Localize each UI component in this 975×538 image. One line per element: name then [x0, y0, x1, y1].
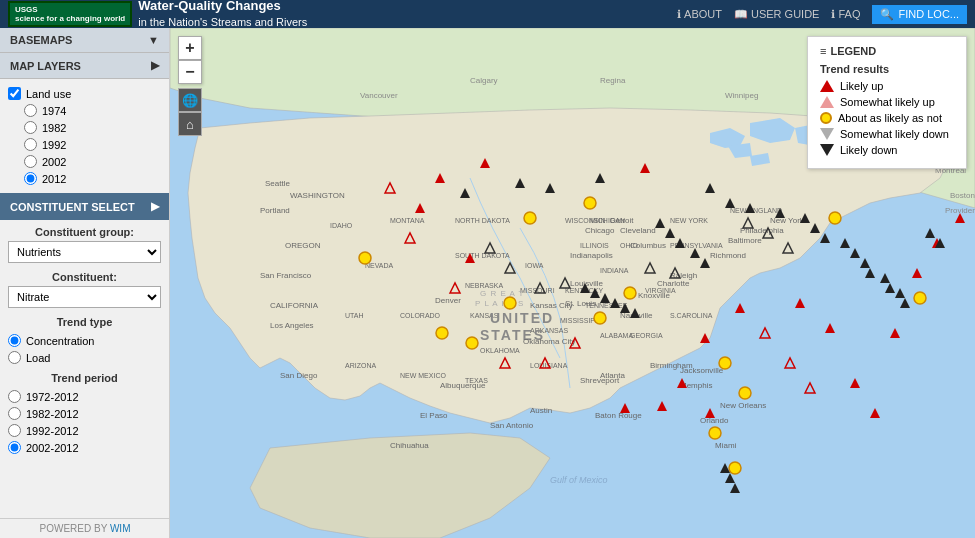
marker-about-as-not — [829, 212, 841, 224]
sidebar: BASEMAPS ▼ MAP LAYERS ▶ Land use 1974 19… — [0, 28, 170, 538]
search-icon: 🔍 — [880, 8, 894, 21]
chevron-icon: ▶ — [151, 59, 159, 72]
svg-text:Knoxville: Knoxville — [638, 291, 671, 300]
marker-about-as-not — [466, 337, 478, 349]
zoom-out-button[interactable]: − — [178, 60, 202, 84]
year-1974[interactable]: 1974 — [24, 102, 161, 119]
globe-button[interactable]: 🌐 — [178, 88, 202, 112]
about-nav[interactable]: ℹ ABOUT — [677, 8, 722, 21]
svg-text:NEBRASKA: NEBRASKA — [465, 282, 503, 289]
year-2012[interactable]: 2012 — [24, 170, 161, 187]
home-icon: ⌂ — [186, 117, 194, 132]
powered-by: POWERED BY WIM — [0, 518, 170, 538]
likely-up-icon — [820, 80, 834, 92]
legend-title: Trend results — [820, 63, 954, 75]
svg-text:ARIZONA: ARIZONA — [345, 362, 376, 369]
user-guide-nav[interactable]: 📖 USER GUIDE — [734, 8, 819, 21]
constituent-field: Constituent: Nitrate — [8, 271, 161, 308]
map-controls: + − 🌐 ⌂ — [178, 36, 202, 136]
svg-text:San Antonio: San Antonio — [490, 421, 534, 430]
trend-load[interactable]: Load — [8, 349, 161, 366]
constituent-label: Constituent: — [8, 271, 161, 283]
land-use-layer[interactable]: Land use — [8, 85, 161, 102]
app-header: USGS science for a changing world Water-… — [0, 0, 975, 28]
app-title: Water-Quality Changes in the Nation's St… — [138, 0, 307, 30]
svg-text:El Paso: El Paso — [420, 411, 448, 420]
svg-text:New Orleans: New Orleans — [720, 401, 766, 410]
svg-text:IOWA: IOWA — [525, 262, 544, 269]
svg-text:G R E A T: G R E A T — [480, 289, 524, 298]
map-layers-toggle[interactable]: MAP LAYERS ▶ — [0, 53, 169, 79]
svg-text:Albuquerque: Albuquerque — [440, 381, 486, 390]
period-1972[interactable]: 1972-2012 — [8, 388, 161, 405]
marker-about-as-not — [719, 357, 731, 369]
likely-down-icon — [820, 144, 834, 156]
constituent-select-content: Constituent group: Nutrients Constituent… — [0, 220, 169, 468]
svg-text:Vancouver: Vancouver — [360, 91, 398, 100]
globe-icon: 🌐 — [182, 93, 198, 108]
trend-concentration[interactable]: Concentration — [8, 332, 161, 349]
svg-text:OREGON: OREGON — [285, 241, 321, 250]
land-use-checkbox[interactable] — [8, 87, 21, 100]
constituent-select-header[interactable]: CONSTITUENT SELECT ▶ — [0, 193, 169, 220]
svg-text:Richmond: Richmond — [710, 251, 746, 260]
faq-nav[interactable]: ℹ FAQ — [831, 8, 860, 21]
year-options: 1974 1982 1992 2002 2012 — [8, 102, 161, 187]
year-2002[interactable]: 2002 — [24, 153, 161, 170]
marker-about-as-not — [739, 387, 751, 399]
year-1992[interactable]: 1992 — [24, 136, 161, 153]
zoom-in-button[interactable]: + — [178, 36, 202, 60]
constituent-group-select[interactable]: Nutrients — [8, 241, 161, 263]
svg-text:UTAH: UTAH — [345, 312, 364, 319]
find-location-button[interactable]: 🔍 FIND LOC... — [872, 5, 967, 24]
usgs-logo: USGS science for a changing world Water-… — [8, 0, 307, 30]
map-container[interactable]: WASHINGTON OREGON CALIFORNIA IDAHO NEVAD… — [170, 28, 975, 538]
basemaps-toggle[interactable]: BASEMAPS ▼ — [0, 28, 169, 53]
marker-about-as-not — [359, 252, 371, 264]
header-left: USGS science for a changing world Water-… — [8, 0, 307, 30]
svg-text:Indianapolis: Indianapolis — [570, 251, 613, 260]
legend-icon: ≡ — [820, 45, 826, 57]
svg-text:Winnipeg: Winnipeg — [725, 91, 758, 100]
trend-type-section: Trend type Concentration Load — [8, 316, 161, 366]
svg-text:ALABAMA: ALABAMA — [600, 332, 633, 339]
svg-text:NEW ENGLAND: NEW ENGLAND — [730, 207, 782, 214]
svg-text:Baltimore: Baltimore — [728, 236, 762, 245]
usgs-badge: USGS science for a changing world — [8, 1, 132, 27]
svg-text:Los Angeles: Los Angeles — [270, 321, 314, 330]
legend-likely-up: Likely up — [820, 80, 954, 92]
svg-text:NORTH DAKOTA: NORTH DAKOTA — [455, 217, 510, 224]
marker-about-as-not — [729, 462, 741, 474]
svg-text:San Diego: San Diego — [280, 371, 318, 380]
sidebar-top-controls: BASEMAPS ▼ MAP LAYERS ▶ — [0, 28, 169, 79]
svg-text:Detroit: Detroit — [610, 216, 634, 225]
svg-text:Baton Rouge: Baton Rouge — [595, 411, 642, 420]
svg-text:Portland: Portland — [260, 206, 290, 215]
constituent-select[interactable]: Nitrate — [8, 286, 161, 308]
svg-text:Calgary: Calgary — [470, 76, 498, 85]
svg-text:MONTANA: MONTANA — [390, 217, 425, 224]
about-as-not-icon — [820, 112, 832, 124]
svg-text:NEW MEXICO: NEW MEXICO — [400, 372, 446, 379]
svg-text:Shreveport: Shreveport — [580, 376, 620, 385]
wim-link[interactable]: WIM — [110, 523, 131, 534]
svg-text:WASHINGTON: WASHINGTON — [290, 191, 345, 200]
marker-about-as-not — [914, 292, 926, 304]
period-2002[interactable]: 2002-2012 — [8, 439, 161, 456]
load-radio[interactable] — [8, 351, 21, 364]
svg-text:Gulf of Mexico: Gulf of Mexico — [550, 475, 608, 485]
marker-about-as-not — [524, 212, 536, 224]
period-1982[interactable]: 1982-2012 — [8, 405, 161, 422]
svg-text:IDAHO: IDAHO — [330, 222, 353, 229]
home-button[interactable]: ⌂ — [178, 112, 202, 136]
svg-text:Oklahoma City: Oklahoma City — [523, 337, 575, 346]
constituent-group-label: Constituent group: — [8, 226, 161, 238]
concentration-radio[interactable] — [8, 334, 21, 347]
constituent-group-field: Constituent group: Nutrients — [8, 226, 161, 263]
period-1992[interactable]: 1992-2012 — [8, 422, 161, 439]
trend-period-section: Trend period 1972-2012 1982-2012 1992-20… — [8, 372, 161, 456]
svg-text:GEORGIA: GEORGIA — [630, 332, 663, 339]
year-1982[interactable]: 1982 — [24, 119, 161, 136]
chevron-icon: ▼ — [148, 34, 159, 46]
svg-text:COLORADO: COLORADO — [400, 312, 441, 319]
